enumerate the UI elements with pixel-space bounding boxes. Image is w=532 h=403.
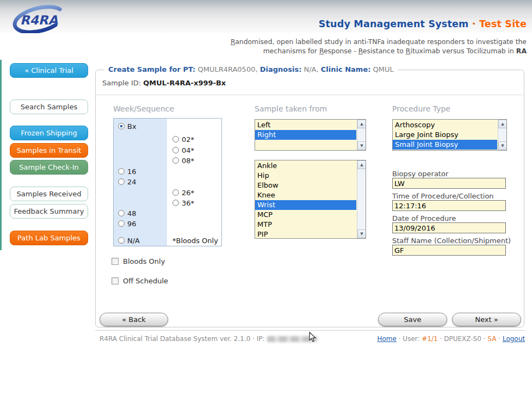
user-label: User: (403, 335, 419, 343)
off-schedule-checkbox[interactable] (112, 277, 119, 284)
radio-button-icon[interactable] (118, 210, 125, 216)
scroll-up-icon[interactable]: ▲ (357, 120, 366, 128)
time-of-procedure-label: Time of Procedure/Collection (392, 192, 494, 200)
footer-sep: · (484, 335, 486, 343)
footer-divider (95, 330, 525, 331)
scroll-up-icon[interactable]: ▲ (498, 120, 507, 128)
radio-button-icon[interactable] (172, 189, 179, 196)
sidebar-item-feedback-summary[interactable]: Feedback Summary (10, 204, 88, 219)
off-schedule-checkbox-row[interactable]: Off Schedule (112, 277, 168, 285)
logout-link[interactable]: Logout (503, 335, 525, 343)
scrollbar[interactable]: ▲ ▼ (498, 120, 506, 150)
radio-week-02[interactable]: 02* (172, 135, 194, 143)
list-item[interactable]: MCP (255, 210, 356, 220)
title-separator: · (472, 18, 476, 29)
footer-user-bar: Home · User: #1/1 · DPUEXZ-S0 · SA · Log… (377, 335, 525, 343)
subtitle-text: andomised, open labelled study in anti-T… (235, 38, 527, 46)
role-badge: SA (487, 335, 496, 343)
list-item-selected[interactable]: Right (255, 130, 356, 140)
footer-sep: · (399, 335, 401, 343)
footer-version-text: R4RA Clinical Trial Database System ver.… (100, 335, 317, 343)
radio-button-icon[interactable] (118, 237, 125, 244)
scroll-down-icon[interactable]: ▼ (357, 230, 366, 238)
svg-text:R4RA: R4RA (20, 13, 58, 27)
sidebar-item-samples-received[interactable]: Samples Received (10, 187, 88, 201)
off-schedule-label: Off Schedule (123, 277, 168, 285)
radio-week-36[interactable]: 36* (172, 199, 194, 207)
app-title: Study Management System · Test Site (200, 18, 527, 29)
radio-button-icon[interactable] (172, 200, 179, 206)
home-link[interactable]: Home (377, 335, 396, 343)
bloods-only-label: Bloods Only (123, 257, 165, 265)
sidebar-item-path-lab-samples[interactable]: Path Lab Samples (10, 231, 88, 245)
sample-taken-from-label: Sample taken from (255, 104, 327, 113)
side-listbox[interactable]: Left Right ▲ ▼ (255, 119, 366, 151)
list-item-selected[interactable]: Small Joint Biopsy (393, 140, 497, 150)
list-item[interactable]: Left (255, 120, 356, 130)
sidebar-item-frozen-shipping[interactable]: Frozen Shipping (10, 126, 88, 140)
radio-week-48[interactable]: 48 (118, 209, 137, 217)
subtitle-text: R (319, 47, 324, 55)
week-sequence-label: Week/Sequence (113, 104, 174, 113)
date-of-procedure-field[interactable] (392, 222, 506, 233)
radio-week-96[interactable]: 96 (118, 220, 137, 227)
subtitle-text: RA (516, 47, 527, 55)
radio-button-icon[interactable] (172, 147, 179, 153)
list-item[interactable]: Arthoscopy (393, 120, 497, 130)
radio-week-na[interactable]: N/A (118, 237, 140, 244)
form-divider (96, 95, 524, 95)
staff-name-field[interactable] (392, 245, 506, 256)
radio-button-icon[interactable] (118, 168, 125, 175)
time-of-procedure-field[interactable] (392, 200, 506, 211)
study-subtitle: Randomised, open labelled study in anti-… (222, 38, 527, 55)
r4ra-logo: R4RA (5, 2, 73, 35)
legend-diagnosis-label: Diagnosis: (260, 65, 302, 73)
radio-button-icon[interactable] (118, 178, 125, 185)
list-item[interactable]: Knee (255, 190, 356, 200)
legend-pt-value: QMULR4RA0500, (197, 65, 257, 73)
scroll-down-icon[interactable]: ▼ (498, 141, 507, 150)
radio-week-24[interactable]: 24 (118, 178, 137, 185)
bloods-only-checkbox[interactable] (112, 258, 119, 265)
list-item[interactable]: Ankle (255, 161, 356, 171)
radio-week-26[interactable]: 26* (172, 189, 194, 196)
sample-id: Sample ID: QMUL-R4RA-x999-Bx (102, 79, 226, 87)
sidebar-item-sample-check-in[interactable]: Sample Check-In (10, 160, 88, 175)
logo-swoosh-icon: R4RA (5, 2, 73, 33)
sidebar-item-clinical-trial[interactable]: « Clinical Trial (10, 63, 88, 78)
list-item[interactable]: Hip (255, 171, 356, 181)
scrollbar[interactable]: ▲ ▼ (357, 120, 366, 150)
week-sequence-box: Bx 02* 04* 08* 16 24 26* 36* 48 96 N/A *… (113, 118, 222, 246)
save-button[interactable]: Save (378, 313, 447, 326)
page: R4RA Study Management System · Test Site… (0, 0, 532, 403)
subtitle-text: R (358, 47, 363, 55)
radio-button-icon[interactable] (118, 123, 125, 129)
next-button[interactable]: Next » (452, 313, 521, 326)
list-item-selected[interactable]: Wrist (255, 200, 356, 210)
radio-week-08[interactable]: 08* (172, 157, 194, 164)
radio-button-icon[interactable] (172, 157, 179, 164)
footer-sep: · (440, 335, 442, 343)
sidebar-item-search-samples[interactable]: Search Samples (10, 100, 88, 114)
sidebar-item-samples-in-transit[interactable]: Samples in Transit (10, 143, 88, 158)
legend-clinic-value: QMUL (373, 65, 394, 73)
scrollbar[interactable]: ▲ ▼ (357, 160, 366, 238)
radio-week-04[interactable]: 04* (172, 146, 194, 154)
list-item[interactable]: Large Joint Biopsy (393, 130, 497, 140)
back-button[interactable]: « Back (100, 313, 168, 326)
scroll-down-icon[interactable]: ▼ (357, 141, 366, 150)
radio-week-16[interactable]: 16 (118, 168, 137, 175)
list-item[interactable]: PIP (255, 230, 356, 239)
joint-listbox[interactable]: Ankle Hip Elbow Knee Wrist MCP MTP PIP ▲… (255, 160, 366, 239)
radio-button-icon[interactable] (118, 220, 125, 227)
radio-button-icon[interactable] (172, 136, 179, 142)
radio-week-bx[interactable]: Bx (118, 122, 137, 130)
procedure-type-listbox[interactable]: Arthoscopy Large Joint Biopsy Small Join… (392, 119, 507, 151)
subtitle-text: ituximab versus Tocilizumab in (410, 47, 516, 55)
scroll-up-icon[interactable]: ▲ (357, 160, 366, 169)
list-item[interactable]: Elbow (255, 181, 356, 190)
bloods-only-checkbox-row[interactable]: Bloods Only (112, 257, 165, 265)
biopsy-operator-field[interactable] (392, 178, 506, 189)
list-item[interactable]: MTP (255, 220, 356, 230)
date-of-procedure-label: Date of Procedure (392, 214, 456, 222)
